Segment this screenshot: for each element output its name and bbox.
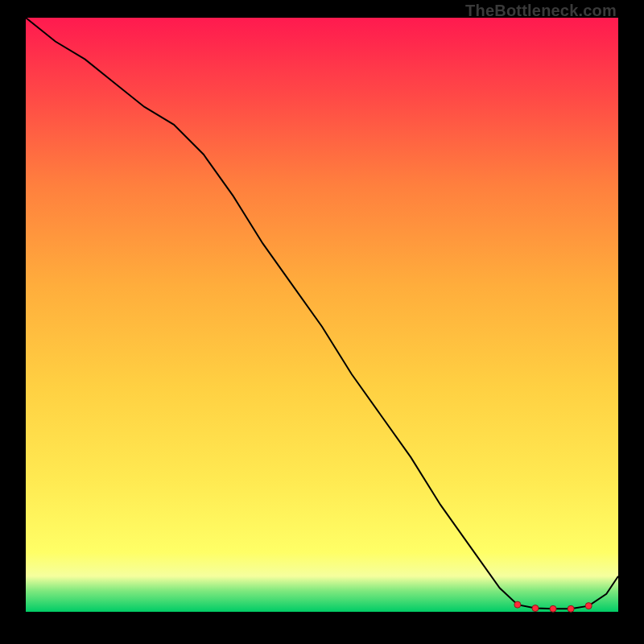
data-marker [514,601,521,608]
data-marker [550,605,556,612]
data-marker [568,605,574,612]
chart-svg [26,18,618,612]
attribution-text: TheBottleneck.com [465,2,617,20]
line-series [26,18,618,609]
data-marker [585,603,592,609]
data-marker [532,605,539,612]
chart-container: TheBottleneck.com [0,0,644,644]
